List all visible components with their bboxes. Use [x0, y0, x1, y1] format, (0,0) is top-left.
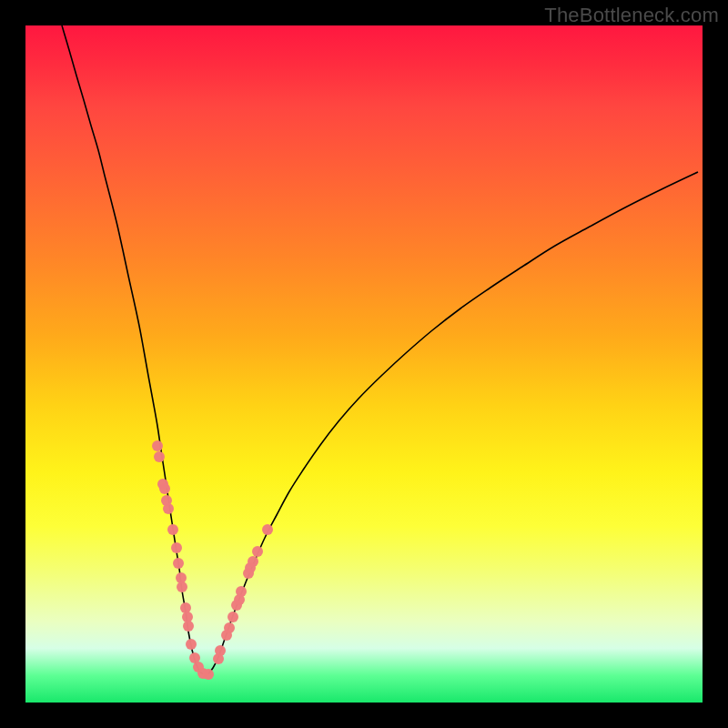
chart-plot-area	[25, 25, 703, 703]
chart-frame: TheBottleneck.com	[0, 0, 728, 728]
bottleneck-chart-image: TheBottleneck.com	[0, 0, 728, 728]
watermark-link[interactable]: TheBottleneck.com	[544, 4, 719, 27]
